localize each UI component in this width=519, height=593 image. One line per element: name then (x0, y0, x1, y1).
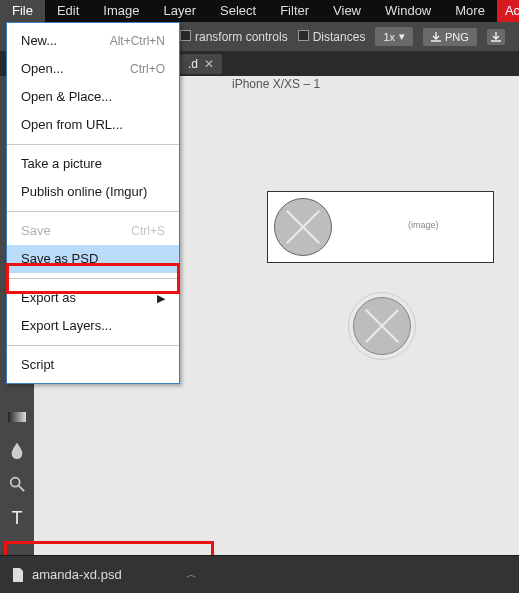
menu-separator (7, 278, 179, 279)
document-icon (12, 568, 24, 582)
svg-point-1 (11, 478, 20, 487)
status-bar: amanda-xd.psd ︿ (0, 555, 519, 593)
bucket-tool[interactable] (7, 440, 27, 460)
chevron-right-icon: ▶ (157, 289, 165, 307)
close-tab-icon[interactable]: ✕ (204, 57, 214, 71)
menu-publish-imgur[interactable]: Publish online (Imgur) (7, 178, 179, 206)
menu-save: SaveCtrl+S (7, 217, 179, 245)
menu-separator (7, 144, 179, 145)
image-placeholder-icon[interactable] (353, 297, 411, 355)
export-png-button[interactable]: PNG (423, 28, 477, 46)
chevron-up-icon[interactable]: ︿ (186, 567, 197, 582)
document-tab[interactable]: .d ✕ (180, 54, 222, 74)
menu-save-as-psd[interactable]: Save as PSD (7, 245, 179, 273)
menu-open[interactable]: Open...Ctrl+O (7, 55, 179, 83)
menu-select[interactable]: Select (208, 0, 268, 22)
menu-export-layers[interactable]: Export Layers... (7, 312, 179, 340)
menu-script[interactable]: Script (7, 351, 179, 379)
menu-layer[interactable]: Layer (152, 0, 209, 22)
droplet-icon (8, 441, 26, 459)
distances-checkbox[interactable] (298, 30, 309, 41)
distances-label: Distances (298, 30, 366, 44)
image-placeholder-icon (274, 198, 332, 256)
menu-more[interactable]: More (443, 0, 497, 22)
svg-line-2 (19, 486, 24, 491)
menu-view[interactable]: View (321, 0, 373, 22)
menu-new[interactable]: New...Alt+Ctrl+N (7, 27, 179, 55)
menu-edit[interactable]: Edit (45, 0, 91, 22)
type-tool[interactable]: T (7, 508, 27, 528)
shortcut-label: Alt+Ctrl+N (110, 32, 165, 50)
menu-file[interactable]: File (0, 0, 45, 22)
gradient-icon (7, 406, 27, 426)
download-icon (431, 32, 441, 42)
chevron-down-icon: ▾ (399, 30, 405, 43)
menu-export-as[interactable]: Export as▶ (7, 284, 179, 312)
menu-open-place[interactable]: Open & Place... (7, 83, 179, 111)
menu-take-picture[interactable]: Take a picture (7, 150, 179, 178)
menu-bar: File Edit Image Layer Select Filter View… (0, 0, 519, 22)
type-icon: T (12, 508, 23, 529)
document-tab-label: .d (188, 57, 198, 71)
zoom-level-dropdown[interactable]: 1x▾ (375, 27, 413, 46)
shortcut-label: Ctrl+O (130, 60, 165, 78)
artboard-name[interactable]: iPhone X/XS – 1 (232, 77, 320, 91)
export-more-button[interactable] (487, 29, 505, 45)
zoom-tool[interactable] (7, 474, 27, 494)
file-menu-dropdown: New...Alt+Ctrl+N Open...Ctrl+O Open & Pl… (6, 22, 180, 384)
shortcut-label: Ctrl+S (131, 222, 165, 240)
account-button[interactable]: Account (497, 0, 519, 22)
image-placeholder-label: (image) (408, 220, 439, 230)
svg-rect-0 (8, 412, 26, 422)
magnifier-icon (8, 475, 26, 493)
menu-open-url[interactable]: Open from URL... (7, 111, 179, 139)
menu-filter[interactable]: Filter (268, 0, 321, 22)
gradient-tool[interactable] (7, 406, 27, 426)
menu-window[interactable]: Window (373, 0, 443, 22)
transform-controls-checkbox[interactable] (180, 30, 191, 41)
status-filename[interactable]: amanda-xd.psd (32, 567, 122, 582)
menu-separator (7, 211, 179, 212)
menu-image[interactable]: Image (91, 0, 151, 22)
download-icon (491, 32, 501, 42)
transform-controls-label: ransform controls (180, 30, 288, 44)
artboard-card[interactable]: (image) (267, 191, 494, 263)
menu-separator (7, 345, 179, 346)
